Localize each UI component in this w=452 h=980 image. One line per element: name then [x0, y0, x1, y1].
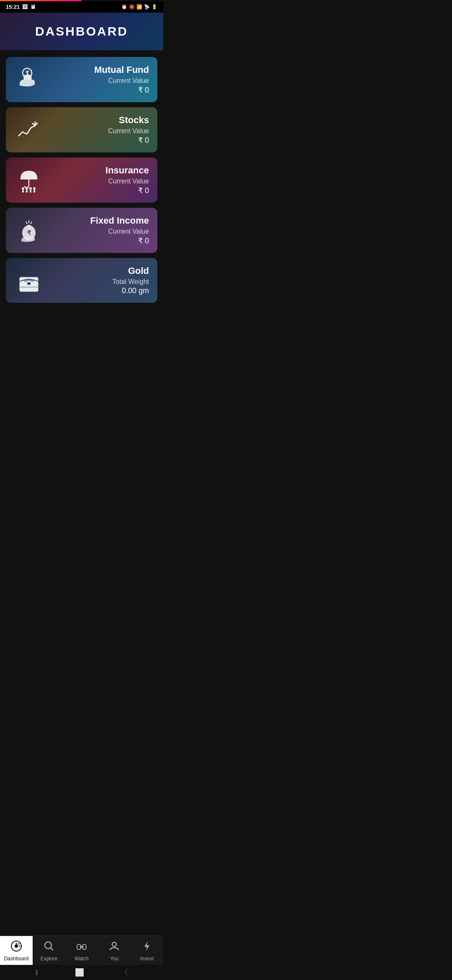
insurance-label: Current Value [52, 178, 149, 185]
status-time: 15:21 🖼 🖥 [6, 4, 36, 10]
mute-icon: 🔕 [129, 4, 135, 10]
insurance-icon [14, 168, 44, 193]
svg-rect-11 [33, 190, 35, 193]
mutual-fund-icon: ₹ [14, 67, 44, 92]
insurance-value: ₹ 0 [52, 186, 149, 195]
stocks-title: Stocks [52, 115, 149, 126]
header: DASHBOARD [0, 13, 163, 50]
svg-rect-14 [27, 225, 31, 227]
svg-point-4 [22, 187, 24, 190]
insurance-title: Insurance [52, 165, 149, 176]
photo-icon: 🖼 [22, 4, 28, 10]
fixed-income-title: Fixed Income [52, 215, 149, 226]
gold-content: Gold Total Weight 0.00 gm [52, 266, 149, 295]
time-display: 15:21 [6, 4, 20, 10]
insurance-card[interactable]: Insurance Current Value ₹ 0 [6, 157, 157, 203]
svg-point-6 [26, 187, 28, 190]
battery-icon: 🔋 [152, 4, 157, 10]
svg-line-16 [26, 222, 27, 224]
alarm-icon: ⏰ [121, 4, 127, 10]
mutual-fund-content: Mutual Fund Current Value ₹ 0 [52, 64, 149, 95]
stocks-label: Current Value [52, 127, 149, 135]
gold-icon [14, 268, 44, 293]
gold-title: Gold [52, 266, 149, 276]
page-title: DASHBOARD [8, 24, 155, 39]
mutual-fund-value: ₹ 0 [52, 85, 149, 95]
gold-card[interactable]: Gold Total Weight 0.00 gm [6, 258, 157, 303]
fixed-income-icon: ₹ [14, 218, 44, 243]
svg-text:₹: ₹ [27, 230, 31, 236]
gold-label: Total Weight [52, 278, 149, 286]
stocks-content: Stocks Current Value ₹ 0 [52, 115, 149, 145]
fixed-income-content: Fixed Income Current Value ₹ 0 [52, 215, 149, 245]
mutual-fund-label: Current Value [52, 77, 149, 85]
wifi-icon: 📶 [136, 4, 142, 10]
fixed-income-card[interactable]: ₹ Fixed Income Current Value ₹ 0 [6, 208, 157, 253]
svg-line-17 [31, 222, 32, 224]
mutual-fund-card[interactable]: ₹ Mutual Fund Current Value ₹ 0 [6, 57, 157, 102]
svg-rect-5 [22, 190, 24, 193]
svg-rect-24 [20, 286, 38, 288]
gold-value: 0.00 gm [52, 286, 149, 295]
stocks-value: ₹ 0 [52, 136, 149, 145]
stocks-icon [14, 117, 44, 142]
cards-container: ₹ Mutual Fund Current Value ₹ 0 [0, 50, 163, 309]
insurance-content: Insurance Current Value ₹ 0 [52, 165, 149, 195]
status-icons: ⏰ 🔕 📶 📡 🔋 [121, 4, 157, 10]
fixed-income-label: Current Value [52, 228, 149, 235]
svg-rect-9 [30, 190, 31, 193]
signal-icon: 📡 [144, 4, 150, 10]
svg-point-8 [29, 187, 32, 190]
fixed-income-value: ₹ 0 [52, 236, 149, 245]
svg-rect-7 [26, 190, 28, 193]
svg-rect-20 [27, 282, 31, 285]
status-bar: 15:21 🖼 🖥 ⏰ 🔕 📶 📡 🔋 [0, 1, 163, 13]
screen-icon: 🖥 [30, 4, 36, 10]
svg-point-23 [30, 279, 34, 282]
svg-point-10 [33, 187, 36, 190]
stocks-card[interactable]: Stocks Current Value ₹ 0 [6, 107, 157, 152]
mutual-fund-title: Mutual Fund [52, 64, 149, 75]
